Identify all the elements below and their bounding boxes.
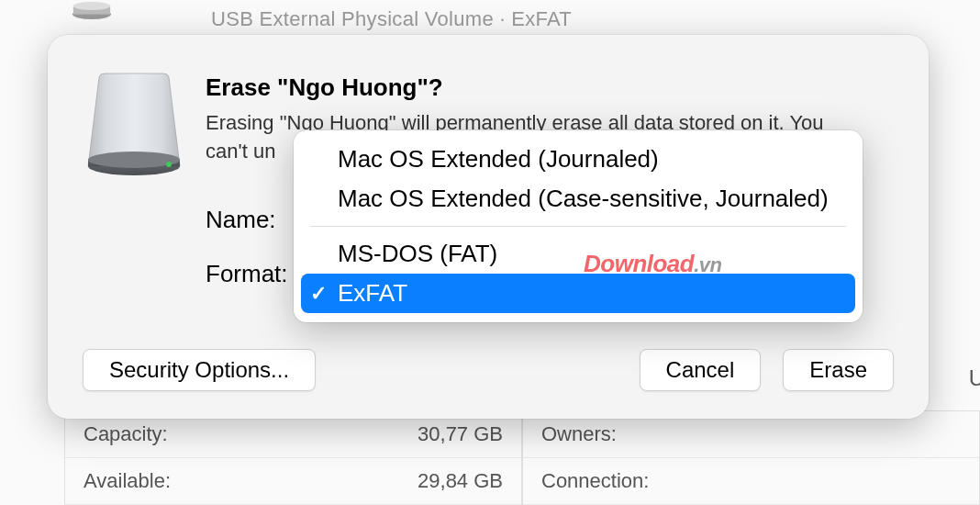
option-macos-journaled[interactable]: Mac OS Extended (Journaled) xyxy=(301,140,855,179)
dialog-title: Erase "Ngo Huong"? xyxy=(206,73,894,102)
format-dropdown[interactable]: Mac OS Extended (Journaled) Mac OS Exten… xyxy=(294,130,863,322)
cancel-button[interactable]: Cancel xyxy=(640,349,762,391)
option-macos-case-sensitive[interactable]: Mac OS Extended (Case-sensitive, Journal… xyxy=(301,179,855,219)
check-icon: ✓ xyxy=(310,282,327,306)
option-exfat[interactable]: ✓ ExFAT xyxy=(301,274,855,313)
disk-icon-small xyxy=(69,0,115,20)
capacity-value: 30,77 GB xyxy=(418,422,503,446)
disk-icon xyxy=(83,70,185,180)
dropdown-separator xyxy=(310,226,846,227)
available-label: Available: xyxy=(84,469,418,493)
available-value: 29,84 GB xyxy=(418,469,503,493)
available-row: Available: 29,84 GB xyxy=(65,458,521,505)
svg-point-6 xyxy=(166,162,172,167)
owners-label: Owners: xyxy=(541,422,961,446)
info-table: Capacity: 30,77 GB Available: 29,84 GB O… xyxy=(64,410,980,505)
svg-point-5 xyxy=(88,152,180,168)
security-options-button[interactable]: Security Options... xyxy=(83,349,316,391)
erase-button[interactable]: Erase xyxy=(783,349,894,391)
svg-point-2 xyxy=(73,2,110,10)
capacity-label: Capacity: xyxy=(84,422,418,446)
background-volume-text: USB External Physical Volume · ExFAT xyxy=(211,7,572,31)
watermark: Download.vn xyxy=(584,250,722,278)
connection-row: Connection: xyxy=(523,458,979,505)
connection-label: Connection: xyxy=(541,469,961,493)
right-edge-char: U xyxy=(969,365,980,391)
option-msdos-fat[interactable]: MS-DOS (FAT) xyxy=(301,234,855,274)
